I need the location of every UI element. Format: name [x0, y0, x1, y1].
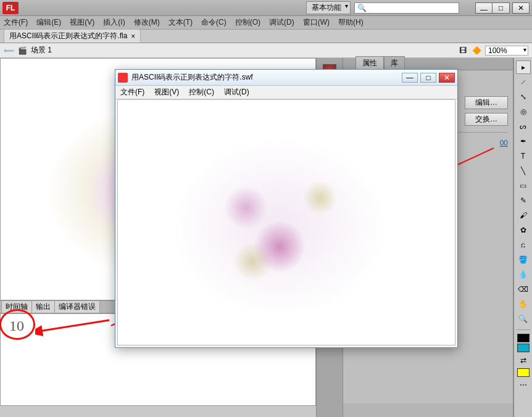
swf-title: 用ASCII码表示正则表达式的字符.swf: [131, 72, 399, 83]
tool-eraser[interactable]: ⌫: [516, 283, 531, 296]
tool-options-icon[interactable]: ⋯: [516, 378, 531, 392]
document-tab-label: 用ASCII码表示正则表达式的字符.fla: [9, 31, 127, 41]
menu-commands[interactable]: 命令(C): [201, 17, 227, 28]
swf-menu-file[interactable]: 文件(F): [120, 87, 144, 97]
swf-app-icon: [118, 73, 128, 83]
stroke-color-swatch[interactable]: [517, 334, 530, 342]
swf-player-window: 用ASCII码表示正则表达式的字符.swf — □ ✕ 文件(F) 视图(V) …: [115, 69, 458, 348]
tool-line[interactable]: ╲: [516, 164, 531, 178]
menu-view[interactable]: 视图(V): [70, 17, 94, 28]
window-close-button[interactable]: ✕: [512, 2, 530, 14]
document-tabs: 用ASCII码表示正则表达式的字符.fla ×: [0, 30, 532, 43]
swf-menu-debug[interactable]: 调试(D): [224, 87, 249, 97]
scene-label[interactable]: 场景 1: [31, 45, 52, 56]
menu-control[interactable]: 控制(O): [235, 17, 260, 28]
edit-symbols-icon[interactable]: 🔶: [472, 46, 481, 56]
swap-colors-icon[interactable]: ⇄: [516, 353, 531, 367]
option-color-swatch[interactable]: [517, 368, 530, 377]
zoom-dropdown[interactable]: 100%: [485, 46, 528, 56]
tool-pen[interactable]: ✒: [516, 134, 531, 148]
tab-output[interactable]: 输出: [31, 300, 55, 313]
menu-text[interactable]: 文本(T): [168, 17, 193, 28]
menu-modify[interactable]: 修改(M): [134, 17, 160, 28]
tool-free-transform[interactable]: ⤡: [516, 90, 531, 104]
window-maximize-button[interactable]: □: [493, 2, 510, 14]
tool-text[interactable]: T: [516, 149, 531, 163]
swf-menubar: 文件(F) 视图(V) 控制(C) 调试(D): [115, 86, 457, 99]
tool-lasso[interactable]: ᔕ: [516, 120, 531, 133]
app-logo: FL: [2, 2, 19, 14]
menu-help[interactable]: 帮助(H): [338, 17, 364, 28]
edit-scene-icon[interactable]: 🎞: [458, 46, 468, 56]
tool-deco[interactable]: ✿: [516, 223, 531, 237]
swf-menu-control[interactable]: 控制(C): [189, 87, 214, 97]
edit-bar: ⟸ 🎬 场景 1 🎞 🔶 100%: [0, 43, 532, 58]
tool-eyedrop[interactable]: 💧: [516, 268, 531, 281]
back-icon[interactable]: ⟸: [4, 46, 14, 55]
tool-pencil[interactable]: ✎: [516, 194, 531, 207]
document-tab-close[interactable]: ×: [131, 32, 135, 41]
window-minimize-button[interactable]: —: [475, 2, 493, 14]
tab-library[interactable]: 库: [384, 56, 405, 70]
coord-link[interactable]: 00: [500, 139, 508, 147]
workspace-dropdown[interactable]: 基本功能: [306, 1, 351, 14]
swf-stage: [117, 99, 455, 345]
tool-subselect[interactable]: ⟋: [516, 75, 531, 89]
scene-icon: 🎬: [18, 46, 27, 55]
tab-compiler-errors[interactable]: 编译器错误: [54, 300, 100, 313]
tool-rect[interactable]: ▭: [516, 179, 531, 192]
swf-close-button[interactable]: ✕: [439, 73, 455, 83]
tool-brush[interactable]: 🖌: [516, 208, 531, 222]
search-input[interactable]: [369, 4, 456, 12]
menu-debug[interactable]: 调试(D): [269, 17, 294, 28]
annotation-arrow-icon: [35, 316, 115, 341]
tab-properties[interactable]: 属性: [355, 56, 384, 70]
search-field[interactable]: 🔍: [354, 2, 459, 14]
edit-button[interactable]: 编辑…: [465, 96, 508, 109]
search-icon: 🔍: [357, 4, 367, 12]
menubar: 文件(F) 编辑(E) 视图(V) 插入(I) 修改(M) 文本(T) 命令(C…: [0, 16, 532, 30]
tool-bone[interactable]: ⎌: [516, 238, 531, 252]
app-titlebar: FL 基本功能 🔍 — □ ✕: [0, 0, 532, 16]
tool-zoom[interactable]: 🔍: [516, 312, 531, 326]
swf-maximize-button[interactable]: □: [420, 73, 436, 83]
menu-window[interactable]: 窗口(W): [303, 17, 330, 28]
annotation-circle: [0, 309, 35, 340]
menu-edit[interactable]: 编辑(E): [36, 17, 61, 28]
menu-file[interactable]: 文件(F): [4, 17, 28, 28]
tool-3d-rotate[interactable]: ◎: [516, 105, 531, 118]
swf-titlebar[interactable]: 用ASCII码表示正则表达式的字符.swf — □ ✕: [115, 70, 457, 86]
swap-button[interactable]: 交换…: [465, 113, 508, 126]
swf-minimize-button[interactable]: —: [402, 73, 418, 83]
svg-line-0: [39, 320, 109, 331]
swf-menu-view[interactable]: 视图(V): [154, 87, 179, 97]
document-tab[interactable]: 用ASCII码表示正则表达式的字符.fla ×: [4, 29, 141, 43]
swf-content-image: [118, 100, 455, 345]
tools-panel: ▸ ⟋ ⤡ ◎ ᔕ ✒ T ╲ ▭ ✎ 🖌 ✿ ⎌ 🪣 💧 ⌫ ✋ 🔍 ⇄ ⋯: [513, 58, 532, 417]
tool-hand[interactable]: ✋: [516, 297, 531, 311]
tool-selection[interactable]: ▸: [516, 60, 531, 74]
fill-color-swatch[interactable]: [517, 344, 530, 352]
tool-paint-bucket[interactable]: 🪣: [516, 253, 531, 266]
menu-insert[interactable]: 插入(I): [103, 17, 125, 28]
